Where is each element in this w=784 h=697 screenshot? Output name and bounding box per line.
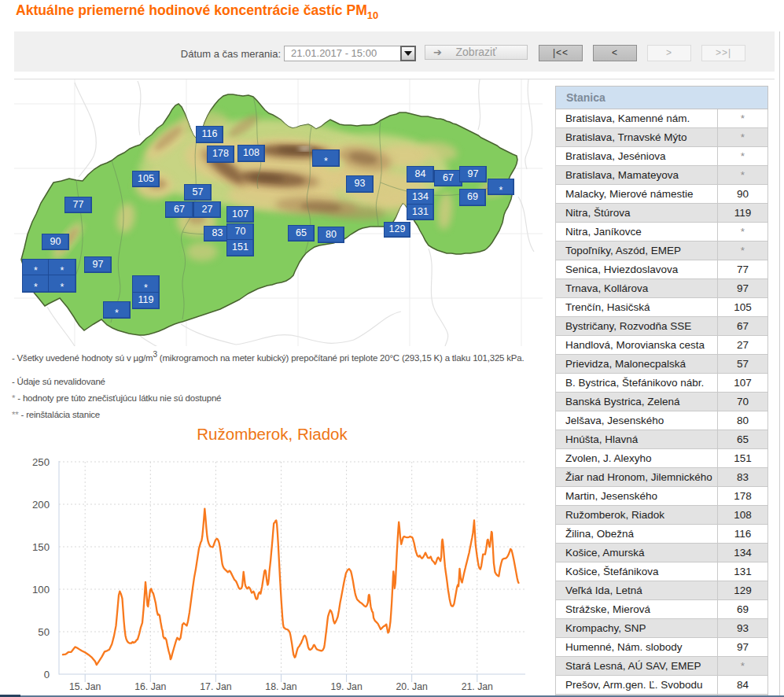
svg-text:100: 100 bbox=[32, 584, 50, 596]
svg-text:15. Jan: 15. Jan bbox=[69, 681, 101, 692]
svg-text:250: 250 bbox=[32, 456, 50, 468]
svg-text:150: 150 bbox=[32, 541, 50, 553]
svg-text:200: 200 bbox=[32, 499, 50, 511]
svg-text:50: 50 bbox=[38, 626, 50, 638]
svg-text:17. Jan: 17. Jan bbox=[200, 681, 231, 692]
svg-text:21. Jan: 21. Jan bbox=[462, 681, 493, 692]
svg-text:16. Jan: 16. Jan bbox=[134, 681, 166, 692]
svg-text:20. Jan: 20. Jan bbox=[396, 681, 428, 692]
svg-text:0: 0 bbox=[44, 669, 50, 680]
svg-text:18. Jan: 18. Jan bbox=[265, 681, 296, 692]
svg-text:19. Jan: 19. Jan bbox=[330, 681, 362, 692]
